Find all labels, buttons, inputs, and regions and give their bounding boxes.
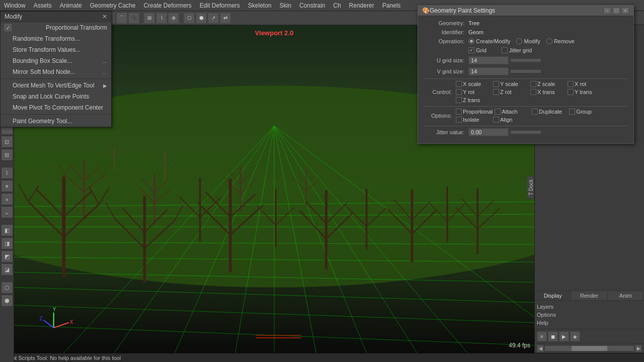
tb-curve[interactable]: ⌒	[116, 13, 127, 24]
tool-mesh4[interactable]: ◪	[1, 263, 13, 276]
ctrl-zscale[interactable]: Z scale	[530, 81, 566, 87]
scroll-thumb	[572, 346, 607, 351]
tool-crv3[interactable]: ⌅	[1, 193, 13, 205]
t-dock-tab[interactable]: T Dock	[527, 176, 534, 199]
menu-item-snap-lock[interactable]: Snap and Lock Curve Points	[1, 91, 111, 102]
gps-title-text: Geometry Paint Settings	[430, 7, 495, 14]
menu-item-orient-mesh[interactable]: Orient Mesh To Vert/Edge Tool ▶	[1, 80, 111, 91]
ri-layers[interactable]: ≡	[537, 331, 547, 341]
link-help[interactable]: Help	[537, 319, 642, 327]
tool-mesh2[interactable]: ◨	[1, 237, 13, 249]
menu-item-move-pivot[interactable]: Move Pivot To Component Center	[1, 102, 111, 113]
opt-align[interactable]: Align	[493, 117, 528, 123]
gps-v-grid-slider[interactable]	[511, 70, 541, 73]
tb-parent[interactable]: ↗	[208, 13, 219, 24]
menu-item-randomize[interactable]: Randomize Transforms...	[1, 33, 111, 44]
menu-skeleton[interactable]: Skeleton	[244, 1, 276, 10]
gps-op-remove[interactable]: Remove	[546, 38, 575, 44]
tool-extra1[interactable]: ⬡	[1, 282, 13, 294]
gps-op-modify[interactable]: Modify	[516, 38, 540, 44]
ri-render[interactable]: ◼	[548, 331, 558, 341]
right-scrollbar: ◀ ▶	[535, 343, 644, 353]
menu-geometry-cache[interactable]: Geometry Cache	[86, 1, 140, 10]
gps-jitter-slider[interactable]	[511, 131, 541, 134]
tab-display[interactable]: Display	[535, 291, 571, 300]
modify-close[interactable]: ✕	[102, 13, 107, 20]
gps-jitter-input[interactable]	[468, 128, 509, 136]
menu-item-proportional-transform[interactable]: ✓ Proportional Transform	[1, 22, 111, 33]
menu-item-mirror[interactable]: Mirror Soft Mod Node... …	[1, 66, 111, 77]
tool-mesh1[interactable]: ◧	[1, 224, 13, 236]
opt-group[interactable]: Group	[569, 109, 604, 115]
menu-ch[interactable]: Ch	[329, 1, 345, 10]
menu-edit-deformers[interactable]: Edit Deformers	[196, 1, 244, 10]
gps-ctrl-group: X scale Y scale Z scale X rot Y rot Z ro…	[456, 81, 628, 103]
scroll-left[interactable]: ◀	[537, 345, 544, 352]
tb-share[interactable]: ⇄	[220, 13, 231, 24]
ctrl-yrot[interactable]: Y rot	[456, 89, 491, 95]
tb-snap-curve[interactable]: ⌇	[156, 13, 167, 24]
menu-renderer[interactable]: Renderer	[345, 1, 378, 10]
tool-crv4[interactable]: ⌄	[1, 206, 13, 218]
opt-proportional[interactable]: Proportional	[456, 109, 493, 115]
menu-panels[interactable]: Panels	[378, 1, 405, 10]
gps-maximize[interactable]: □	[612, 7, 620, 14]
gps-sep3	[423, 126, 628, 126]
gps-options-row: Options: Proportional Attach Duplicate G…	[423, 109, 628, 123]
ctrl-ztrans[interactable]: Z trans	[456, 97, 491, 103]
ri-anim[interactable]: ▶	[559, 331, 569, 341]
tool-contour[interactable]: ⊟	[1, 149, 13, 161]
svg-text:Z: Z	[40, 316, 43, 321]
menu-window[interactable]: Window	[0, 1, 30, 10]
gps-close[interactable]: ×	[621, 7, 629, 14]
sep2	[141, 14, 142, 23]
menu-create-deformers[interactable]: Create Deformers	[139, 1, 195, 10]
ctrl-xrot[interactable]: X rot	[568, 81, 603, 87]
tb-snap-point[interactable]: ⊕	[168, 13, 179, 24]
link-layers[interactable]: Layers	[537, 303, 642, 311]
opt-isolate[interactable]: Isolate	[456, 117, 491, 123]
tool-drag[interactable]: ⊡	[1, 136, 13, 148]
menu-animate[interactable]: Animate	[56, 1, 86, 10]
gps-control-label: Control:	[423, 89, 456, 95]
menu-assets[interactable]: Assets	[30, 1, 56, 10]
tb-group[interactable]: ⬡	[184, 13, 195, 24]
gps-minimize[interactable]: −	[603, 7, 611, 14]
ctrl-xscale[interactable]: X scale	[456, 81, 491, 87]
opt-attach[interactable]: Attach	[495, 109, 530, 115]
tb-render[interactable]: 🎥	[128, 13, 139, 24]
tb-ungroup[interactable]: ⬢	[196, 13, 207, 24]
proportional-check[interactable]: ✓	[5, 24, 12, 31]
tab-render[interactable]: Render	[571, 291, 607, 300]
scroll-right[interactable]: ▶	[635, 345, 642, 352]
tb-snap-grid[interactable]: ⊞	[144, 13, 155, 24]
tool-mesh3[interactable]: ◩	[1, 250, 13, 262]
tool-crv2[interactable]: ⌆	[1, 180, 13, 192]
ctrl-yscale[interactable]: Y scale	[493, 81, 528, 87]
gps-sep1	[423, 78, 628, 79]
scroll-track[interactable]	[545, 346, 634, 351]
gps-op-create[interactable]: Create/Modify	[468, 38, 510, 44]
menu-item-store[interactable]: Store Transform Values...	[1, 44, 111, 55]
ctrl-ytrans[interactable]: Y trans	[568, 89, 603, 95]
opt-duplicate[interactable]: Duplicate	[532, 109, 567, 115]
gps-u-grid-input[interactable]	[468, 56, 509, 64]
gps-v-grid-input[interactable]	[468, 67, 509, 75]
menu-item-bounding-box[interactable]: Bounding Box Scale... …	[1, 55, 111, 66]
tab-anim[interactable]: Anim	[608, 291, 644, 300]
gps-operation-row: Operation: Create/Modify Modify Remove	[423, 38, 628, 44]
tool-crv1[interactable]: ⌇	[1, 167, 13, 179]
tool-extra2[interactable]: ⬢	[1, 295, 13, 307]
gps-jitter-grid-cb[interactable]: Jitter grid	[502, 47, 532, 53]
gps-grid-cb[interactable]: ✓ Grid	[468, 47, 487, 53]
link-options[interactable]: Options	[537, 311, 642, 319]
ri-extra[interactable]: ◈	[570, 331, 580, 341]
modify-title: Modify ✕	[1, 12, 111, 22]
gps-u-grid-slider[interactable]	[511, 59, 541, 62]
ctrl-zrot[interactable]: Z rot	[493, 89, 528, 95]
menu-item-paint-geometry[interactable]: Paint Geometry Tool...	[1, 116, 111, 127]
menu-constrain[interactable]: Constrain	[295, 1, 329, 10]
ctrl-xtrans[interactable]: X trans	[530, 89, 566, 95]
menu-skin[interactable]: Skin	[276, 1, 295, 10]
modify-menu: Modify ✕ ✓ Proportional Transform Random…	[0, 11, 112, 127]
